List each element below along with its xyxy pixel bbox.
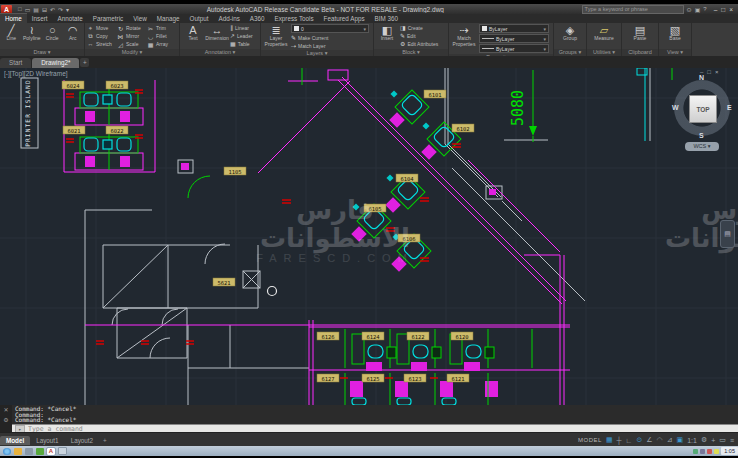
array-button[interactable]: ▦Array [147,40,177,48]
linetype-select[interactable]: ByLayer▾ [479,44,549,53]
tab-featured-apps[interactable]: Featured Apps [319,14,370,23]
edit-attributes-button[interactable]: ⚙Edit Attributes [400,40,438,47]
trim-button[interactable]: ✂Trim [147,24,177,32]
tab-parametric[interactable]: Parametric [88,14,128,23]
open-icon[interactable]: ▭ [25,6,31,13]
taskbar-autocad-icon[interactable]: A [47,448,55,455]
linear-button[interactable]: ∥Linear [230,24,253,31]
taskbar-clock[interactable]: 1:05 [721,447,738,455]
base-button[interactable]: ▧Base [664,24,686,42]
layout-tab-layout2[interactable]: Layout2 [65,436,99,445]
navigation-bar[interactable]: ▤ [720,220,735,248]
taskbar-green-app-icon[interactable] [36,448,44,455]
edit-block-button[interactable]: ✎Edit [400,32,438,39]
close-icon[interactable]: × [729,6,733,13]
restore-icon[interactable]: □ [721,6,725,13]
help-icon[interactable]: ? [703,6,706,13]
redo-icon[interactable]: ↷ [58,6,63,13]
arc-button[interactable]: ◠Arc [64,24,83,42]
fillet-button[interactable]: ◡Fillet [147,32,177,40]
undo-icon[interactable]: ↶ [50,6,55,13]
tray-icon[interactable] [714,449,719,454]
lineweight-display-icon[interactable]: ▣ [677,436,684,444]
polyline-button[interactable]: ≀Polyline [23,24,42,42]
text-button[interactable]: AText [182,24,204,42]
dimension-button[interactable]: ↔Dimension [206,24,228,42]
panel-block-label[interactable]: Block ▾ [374,49,448,56]
floor-plan[interactable]: 5080 [0,68,738,405]
command-customize-icon[interactable]: ⚙ [3,416,8,423]
tab-output[interactable]: Output [185,14,214,23]
panel-modify-label[interactable]: Modify ▾ [85,49,179,56]
rotate-button[interactable]: ↻Rotate [117,24,147,32]
compass-north[interactable]: N [699,74,704,81]
line-button[interactable]: ╱Line [2,24,21,42]
measure-button[interactable]: ▱Measure [593,24,615,42]
tab-annotate[interactable]: Annotate [53,14,88,23]
copy-button[interactable]: ⧉Copy [87,32,117,40]
object-snap-icon[interactable]: ⊿ [667,436,673,444]
layer-properties-button[interactable]: ≣Layer Properties [263,24,289,47]
tray-icon[interactable] [693,449,698,454]
grid-toggle-icon[interactable]: ▦ [606,436,613,444]
compass-south[interactable]: S [699,132,704,139]
tab-insert[interactable]: Insert [27,14,53,23]
match-properties-button[interactable]: ⇢Match Properties [451,24,477,47]
isolate-objects-icon[interactable]: ▭ [719,436,726,444]
tray-icon[interactable] [707,449,712,454]
annotation-scale-value[interactable]: 1:1 [687,437,697,444]
tab-view[interactable]: View [128,14,152,23]
workspace-switching-icon[interactable]: ⚙ [701,436,707,444]
new-icon[interactable]: □ [18,6,22,13]
taskbar-browser-icon[interactable] [3,448,11,455]
layout-tab-layout1[interactable]: Layout1 [30,436,64,445]
file-tab-drawing2[interactable]: Drawing2* [32,58,79,68]
create-block-button[interactable]: ◨Create [400,24,438,31]
taskbar-folder-icon[interactable] [14,448,22,455]
panel-annotation-label[interactable]: Annotation ▾ [180,49,260,56]
panel-view-label[interactable]: View ▾ [659,49,691,56]
insert-button[interactable]: ◧Insert [376,24,398,42]
annotation-visibility-icon[interactable]: + [711,437,715,444]
isodraft-icon[interactable]: ∠ [646,436,652,444]
compass-west[interactable]: W [672,104,679,111]
wcs-dropdown[interactable]: WCS ▾ [685,142,719,151]
save-icon[interactable]: ▤ [33,6,39,13]
minimize-icon[interactable]: – [714,6,718,13]
tab-home[interactable]: Home [0,13,27,23]
group-button[interactable]: ◈Group [559,24,581,42]
tab-a360[interactable]: A360 [245,14,270,23]
taskbar-window-icon[interactable] [58,447,67,455]
viewcube-top-face[interactable]: TOP [689,95,717,123]
panel-clipboard-label[interactable]: Clipboard [622,49,658,56]
new-layout-button[interactable]: + [99,437,111,444]
leader-button[interactable]: ↗Leader [230,32,253,39]
viewport-controls-label[interactable]: [-][Top][2D Wireframe] [4,70,68,77]
new-drawing-tab-button[interactable]: + [80,58,89,67]
viewcube[interactable]: N E S W TOP WCS ▾ [672,74,732,152]
file-tab-start[interactable]: Start [0,58,31,68]
tab-express-tools[interactable]: Express Tools [270,14,319,23]
paste-button[interactable]: ▤Paste [629,24,651,42]
snap-toggle-icon[interactable]: ┼ [617,437,622,444]
customization-menu-icon[interactable]: ≡ [730,437,734,444]
tab-addins[interactable]: Add-ins [213,14,244,23]
search-icon[interactable]: ⊙ [687,6,692,13]
polar-tracking-icon[interactable]: ⊙ [636,436,642,444]
layout-tab-model[interactable]: Model [0,436,30,445]
model-space-label[interactable]: MODEL [578,437,602,443]
tab-manage[interactable]: Manage [152,14,185,23]
compass-east[interactable]: E [727,104,732,111]
scale-button[interactable]: ◿Scale [117,40,147,48]
circle-button[interactable]: ○Circle [43,24,62,42]
ortho-toggle-icon[interactable]: ∟ [626,437,633,444]
object-snap-tracking-icon[interactable]: ◠ [657,436,663,444]
tray-icon[interactable] [700,449,705,454]
panel-utilities-label[interactable]: Utilities ▾ [587,49,621,56]
object-color-select[interactable]: ByLayer▾ [479,24,549,33]
lineweight-select[interactable]: ByLayer▾ [479,34,549,43]
panel-draw-label[interactable]: Draw ▾ [0,49,84,56]
taskbar-app-icon[interactable] [25,448,33,455]
stretch-button[interactable]: ↔Stretch [87,40,117,48]
match-layer-button[interactable]: ⇢Match Layer [291,42,369,49]
